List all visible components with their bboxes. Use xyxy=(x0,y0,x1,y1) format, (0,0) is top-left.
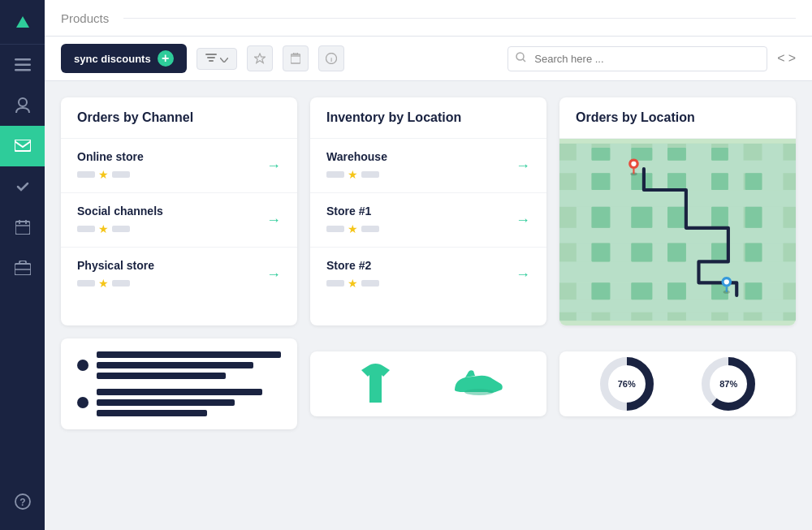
store2-arrow: → xyxy=(516,266,530,283)
sync-discounts-label: sync discounts xyxy=(74,53,151,65)
svg-rect-2 xyxy=(15,69,31,71)
sidebar-item-messages[interactable] xyxy=(0,126,45,166)
svg-rect-52 xyxy=(591,282,610,299)
warehouse-bars: ★ xyxy=(326,168,387,181)
star-button[interactable] xyxy=(247,45,273,71)
bar-gray-2 xyxy=(112,171,130,178)
svg-text:?: ? xyxy=(19,497,25,508)
delete-button[interactable] xyxy=(283,45,309,71)
store2-bars: ★ xyxy=(326,277,379,290)
list-lines-1 xyxy=(97,351,281,379)
svg-rect-4 xyxy=(15,140,31,151)
star-icon-5: ★ xyxy=(348,222,358,235)
list-line-2a xyxy=(97,389,262,395)
online-store-arrow: → xyxy=(266,157,281,175)
svg-text:i: i xyxy=(330,56,332,63)
orders-by-channel-panel: Orders by Channel Online store ★ → S xyxy=(61,97,297,325)
nav-next-button[interactable]: > xyxy=(788,51,796,66)
svg-rect-50 xyxy=(667,243,686,262)
sidebar-item-menu[interactable] xyxy=(0,45,45,85)
add-icon: + xyxy=(158,50,174,67)
warehouse-arrow: → xyxy=(516,157,530,175)
donut-label-2: 87% xyxy=(719,379,737,389)
physical-store-item[interactable]: Physical store ★ → xyxy=(61,248,297,301)
svg-rect-14 xyxy=(207,57,215,58)
svg-rect-44 xyxy=(591,207,610,228)
svg-rect-39 xyxy=(711,148,728,161)
svg-rect-53 xyxy=(631,282,652,299)
sidebar-item-briefcase[interactable] xyxy=(0,248,45,288)
online-store-bars: ★ xyxy=(77,168,144,181)
dropdown-arrow-icon xyxy=(220,53,228,65)
svg-rect-19 xyxy=(293,53,297,54)
store2-name: Store #2 xyxy=(326,259,379,272)
list-panel xyxy=(61,338,297,429)
store1-arrow: → xyxy=(516,212,530,229)
warehouse-item[interactable]: Warehouse ★ → xyxy=(310,139,546,193)
sidebar-item-help[interactable]: ? xyxy=(0,481,45,522)
main-area: Products sync discounts + xyxy=(45,0,812,530)
list-row-2 xyxy=(77,389,281,416)
bar-gray-6 xyxy=(112,280,130,287)
svg-rect-40 xyxy=(591,173,610,190)
star-icon-6: ★ xyxy=(348,277,358,290)
store1-item[interactable]: Store #1 ★ → xyxy=(310,193,546,248)
svg-rect-58 xyxy=(745,243,762,262)
physical-store-bars: ★ xyxy=(77,277,154,290)
svg-rect-37 xyxy=(631,148,652,161)
svg-point-66 xyxy=(464,389,494,395)
bar-gray-12 xyxy=(361,280,379,287)
star-icon-3: ★ xyxy=(98,277,109,290)
svg-line-23 xyxy=(523,59,525,62)
content-area: Orders by Channel Online store ★ → S xyxy=(45,81,812,530)
svg-rect-0 xyxy=(15,58,31,61)
warehouse-left: Warehouse ★ xyxy=(326,150,387,181)
orders-by-location-title: Orders by Location xyxy=(559,97,796,139)
dashboard-grid: Orders by Channel Online store ★ → S xyxy=(61,97,796,325)
tshirt-icon xyxy=(353,362,398,407)
info-button[interactable]: i xyxy=(318,45,344,71)
bar-gray-1 xyxy=(77,171,95,178)
toolbar: sync discounts + xyxy=(45,37,812,81)
svg-rect-13 xyxy=(205,54,217,55)
list-line-2b xyxy=(97,399,235,406)
social-channels-arrow: → xyxy=(266,212,281,229)
nav-prev-button[interactable]: < xyxy=(777,51,784,66)
sync-discounts-button[interactable]: sync discounts + xyxy=(61,44,187,73)
bar-gray-11 xyxy=(326,280,344,287)
list-line-1b xyxy=(97,362,253,368)
svg-point-22 xyxy=(516,53,524,60)
sidebar-item-tasks[interactable] xyxy=(0,166,45,207)
svg-rect-48 xyxy=(591,243,610,262)
bar-gray-10 xyxy=(361,226,379,232)
star-icon-1: ★ xyxy=(98,168,109,181)
sidebar-item-user[interactable] xyxy=(0,85,45,126)
svg-rect-33 xyxy=(559,228,796,243)
logo xyxy=(0,0,45,45)
filter-dropdown[interactable] xyxy=(197,48,237,70)
bottom-row: 76% 87% xyxy=(61,338,796,429)
store1-bars: ★ xyxy=(326,222,379,235)
search-input[interactable] xyxy=(508,46,767,71)
svg-rect-35 xyxy=(559,299,796,312)
svg-rect-47 xyxy=(711,207,728,228)
physical-store-arrow: → xyxy=(266,266,281,283)
bar-gray-9 xyxy=(326,226,344,232)
svg-rect-59 xyxy=(745,282,762,299)
social-channels-item[interactable]: Social channels ★ → xyxy=(61,193,297,248)
svg-rect-34 xyxy=(559,261,796,282)
shoe-icon xyxy=(451,368,503,400)
store2-left: Store #2 ★ xyxy=(326,259,379,290)
bar-gray-8 xyxy=(361,171,379,178)
list-line-1a xyxy=(97,351,281,358)
svg-rect-1 xyxy=(15,64,31,67)
store1-name: Store #1 xyxy=(326,205,379,218)
svg-point-61 xyxy=(631,162,636,166)
physical-store-left: Physical store ★ xyxy=(77,259,154,290)
sidebar-item-calendar[interactable] xyxy=(0,207,45,248)
map-container xyxy=(559,139,796,325)
store2-item[interactable]: Store #2 ★ → xyxy=(310,248,546,301)
online-store-item[interactable]: Online store ★ → xyxy=(61,139,297,193)
list-dot-1 xyxy=(77,360,89,371)
bar-gray-4 xyxy=(112,226,130,232)
